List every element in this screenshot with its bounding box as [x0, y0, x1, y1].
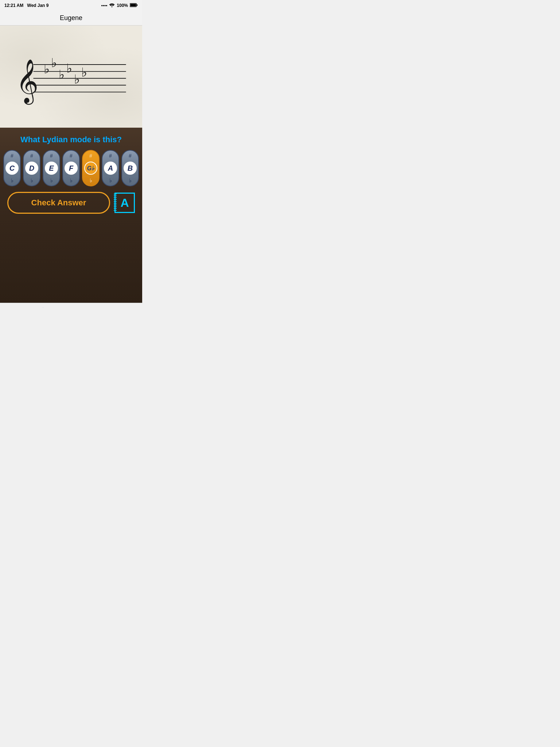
sharp-indicator: #: [30, 153, 33, 159]
tab-rhythms[interactable]: ✕♩ Rhythms: [113, 303, 140, 308]
sharp-indicator: #: [89, 153, 92, 159]
sharp-indicator: #: [109, 153, 112, 159]
flat-indicator: ♭: [31, 178, 33, 183]
sharp-indicator: #: [70, 153, 73, 159]
note-label-c: C: [5, 162, 19, 175]
note-label-d: D: [25, 162, 38, 175]
note-label-a: A: [104, 162, 117, 175]
answer-grid: # C ♭ # D ♭ # E ♭ # F ♭ # G♭ ♭ #: [4, 150, 139, 186]
svg-text:♭: ♭: [51, 56, 57, 70]
tab-bar: ♩ Notes 𝄞♯ Keys ⊂⊃ Intervals 𝄢 Chords ✕♩…: [0, 303, 142, 308]
flashcard-icon[interactable]: A: [114, 193, 135, 213]
quiz-area: What Lydian mode is this? # C ♭ # D ♭ # …: [0, 128, 142, 303]
check-answer-button[interactable]: Check Answer: [7, 192, 110, 214]
answer-button-e[interactable]: # E ♭: [43, 150, 60, 186]
svg-text:♭: ♭: [44, 62, 50, 76]
svg-text:♭: ♭: [66, 62, 72, 75]
battery-icon: [130, 3, 138, 8]
intervals-icon: ⊂⊃: [66, 308, 76, 308]
notes-icon: ♩: [14, 307, 18, 308]
flat-indicator: ♭: [50, 178, 53, 183]
tab-notes[interactable]: ♩ Notes: [2, 303, 30, 308]
answer-button-gb[interactable]: # G♭ ♭: [82, 150, 100, 186]
note-label-b: B: [124, 162, 137, 175]
flashcard-label: A: [120, 196, 129, 210]
svg-rect-3: [130, 4, 136, 6]
wifi-icon: [109, 3, 115, 8]
status-time-date: 12:21 AM Wed Jan 9: [4, 3, 48, 8]
flat-indicator: ♭: [90, 178, 92, 183]
note-label-e: E: [45, 162, 58, 175]
flat-indicator: ♭: [11, 178, 13, 183]
app-header: Eugene: [0, 11, 142, 26]
flat-indicator: ♭: [109, 178, 112, 183]
signal-icon: ▪▪▪▪: [101, 3, 107, 8]
battery-percentage: 100%: [117, 3, 128, 8]
check-answer-row: Check Answer A: [4, 192, 139, 214]
tab-intervals[interactable]: ⊂⊃ Intervals: [57, 303, 85, 308]
tab-keys[interactable]: 𝄞♯ Keys: [30, 303, 57, 308]
svg-text:♭: ♭: [81, 66, 87, 79]
status-indicators: ▪▪▪▪ 100%: [101, 3, 138, 8]
answer-button-f[interactable]: # F ♭: [62, 150, 80, 186]
svg-text:𝄞: 𝄞: [16, 59, 38, 105]
svg-text:♭: ♭: [59, 68, 65, 81]
sheet-music-area: 𝄞 ♭ ♭ ♭ ♭ ♭ ♭: [0, 26, 142, 128]
answer-button-c[interactable]: # C ♭: [3, 150, 21, 186]
answer-button-b[interactable]: # B ♭: [121, 150, 139, 186]
note-label-f: F: [65, 162, 78, 175]
svg-rect-2: [137, 4, 138, 5]
answer-button-a[interactable]: # A ♭: [102, 150, 119, 186]
tab-chords[interactable]: 𝄢 Chords: [85, 303, 113, 308]
music-staff: 𝄞 ♭ ♭ ♭ ♭ ♭ ♭: [13, 44, 129, 109]
status-bar: 12:21 AM Wed Jan 9 ▪▪▪▪ 100%: [0, 0, 142, 11]
page-title: Eugene: [60, 14, 82, 22]
question-text: What Lydian mode is this?: [20, 135, 122, 144]
sharp-indicator: #: [129, 153, 132, 159]
svg-point-0: [112, 6, 113, 7]
sharp-indicator: #: [11, 153, 13, 159]
answer-button-d[interactable]: # D ♭: [23, 150, 40, 186]
flat-indicator: ♭: [129, 178, 132, 183]
chords-icon: 𝄢: [97, 307, 101, 308]
status-time: 12:21 AM: [4, 3, 23, 8]
note-label-gb: G♭: [84, 162, 97, 175]
flat-indicator: ♭: [70, 178, 73, 183]
svg-text:♭: ♭: [74, 73, 80, 86]
sharp-indicator: #: [50, 153, 53, 159]
status-date: Wed Jan 9: [27, 3, 48, 8]
